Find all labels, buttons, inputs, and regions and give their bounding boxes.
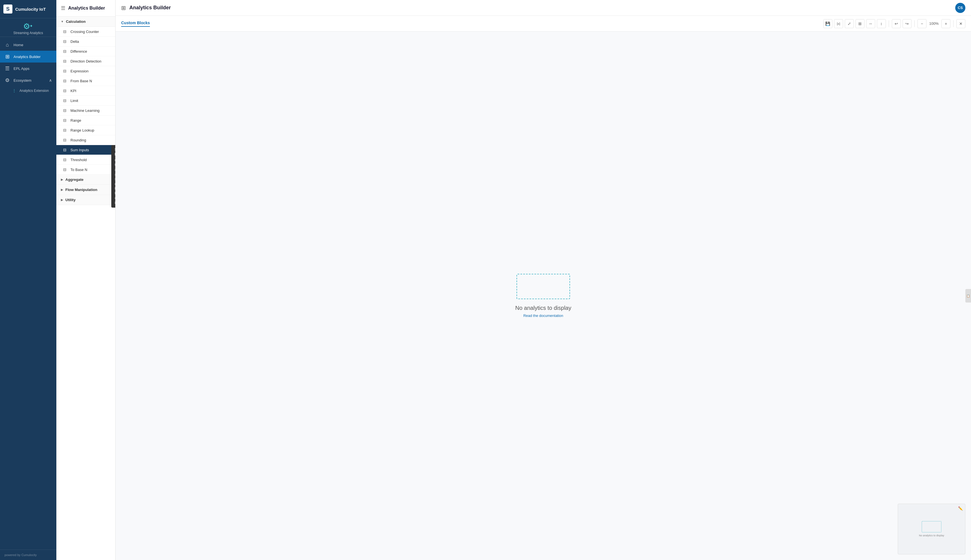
panel-menu-icon[interactable]: ☰	[61, 5, 65, 11]
block-icon-expression: ⊟	[63, 69, 68, 73]
block-item-to-base-n-wrapper: ⊟ To Base N	[56, 165, 115, 175]
block-label-delta: Delta	[70, 40, 79, 44]
block-item-expression[interactable]: ⊟ Expression	[56, 66, 115, 76]
block-icon-direction-detection: ⊟	[63, 59, 68, 63]
sidebar-item-label-analytics: Analytics Builder	[13, 55, 40, 59]
canvas-empty-title: No analytics to display	[516, 305, 571, 311]
expression-icon: [x]	[837, 22, 840, 25]
block-label-crossing-counter: Crossing Counter	[70, 30, 99, 34]
block-icon-crossing-counter: ⊟	[63, 29, 68, 34]
block-item-difference-wrapper: ⊟ Difference	[56, 47, 115, 56]
category-utility[interactable]: ▶ Utility	[56, 195, 115, 205]
category-utility-label: Utility	[65, 198, 75, 202]
block-item-direction-detection-wrapper: ⊟ Direction Detection	[56, 56, 115, 66]
fit-layout-button[interactable]: ⤢	[845, 19, 854, 28]
category-aggregate[interactable]: ▶ Aggregate	[56, 175, 115, 185]
category-flow-manipulation-arrow: ▶	[61, 188, 63, 191]
block-item-kpi[interactable]: ⊟ KPI	[56, 86, 115, 96]
block-icon-threshold: ⊟	[63, 157, 68, 162]
block-panel: ☰ Analytics Builder ▼ Calculation ⊟ Cros…	[56, 0, 115, 560]
brand-logo-icon: S	[3, 5, 12, 13]
block-item-from-base-n[interactable]: ⊟ From Base N	[56, 76, 115, 86]
save-button[interactable]: 💾	[823, 19, 833, 28]
block-label-limit: Limit	[70, 98, 78, 103]
zoom-out-button[interactable]: −	[918, 19, 926, 28]
block-icon-rounding: ⊟	[63, 138, 68, 142]
block-icon-delta: ⊟	[63, 39, 68, 44]
fit-width-icon: ↔	[869, 22, 873, 26]
ecosystem-label: Ecosystem	[13, 78, 32, 83]
toolbar-divider-2	[914, 20, 915, 27]
brand-logo-text: Cumulocity IoT	[15, 7, 46, 12]
fit-width-button[interactable]: ↔	[866, 19, 875, 28]
canvas-dashed-box	[517, 274, 570, 299]
zoom-in-button[interactable]: +	[941, 19, 951, 28]
brand-footer: powered by Cumulocity	[0, 550, 56, 560]
block-label-machine-learning: Machine Learning	[70, 108, 100, 113]
block-item-limit-wrapper: ⊟ Limit	[56, 96, 115, 106]
block-item-threshold-wrapper: ⊟ Threshold	[56, 155, 115, 165]
block-list: ▼ Calculation ⊟ Crossing Counter ⊟ Delta…	[56, 17, 115, 560]
nav-items: ⌂ Home ⊞ Analytics Builder ☰ EPL Apps ⚙ …	[0, 37, 56, 550]
toolbar-divider-3	[953, 20, 954, 27]
main-toolbar: Custom Blocks 💾 [x] ⤢ ⊞ ↔ ↕ ↩	[115, 16, 971, 32]
ecosystem-row[interactable]: ⚙ Ecosystem ∧	[0, 74, 56, 86]
block-panel-title: Analytics Builder	[68, 6, 105, 11]
toolbar-left: Custom Blocks	[121, 20, 150, 27]
avatar[interactable]: CS	[955, 3, 965, 13]
home-icon: ⌂	[5, 42, 10, 48]
canvas-area: No analytics to display Read the documen…	[115, 32, 971, 560]
ecosystem-chevron-icon: ∧	[49, 78, 52, 83]
grid-toggle-button[interactable]: ⊞	[856, 19, 864, 28]
mini-preview-inner: No analytics to display	[919, 521, 944, 537]
redo-button[interactable]: ↪	[903, 19, 911, 28]
block-label-rounding: Rounding	[70, 138, 86, 142]
sidebar-item-analytics-extension[interactable]: ⋮ Analytics Extension	[0, 86, 56, 95]
toolbar-divider-1	[889, 20, 889, 27]
epl-apps-icon: ☰	[5, 65, 10, 72]
block-item-limit[interactable]: ⊟ Limit	[56, 96, 115, 106]
block-item-delta[interactable]: ⊟ Delta	[56, 37, 115, 47]
undo-button[interactable]: ↩	[892, 19, 901, 28]
category-flow-manipulation-label: Flow Manipulation	[65, 188, 97, 192]
close-icon: ✕	[959, 22, 963, 26]
fit-layout-icon: ⤢	[848, 22, 851, 26]
brand-sidebar: S Cumulocity IoT ⚙✦ Streaming Analytics …	[0, 0, 56, 560]
ecosystem-icon: ⚙	[5, 77, 10, 83]
block-item-difference[interactable]: ⊟ Difference	[56, 47, 115, 56]
block-icon-to-base-n: ⊟	[63, 167, 68, 172]
mini-preview-map: No analytics to display ✏️	[898, 504, 965, 554]
sidebar-item-home[interactable]: ⌂ Home	[0, 39, 56, 51]
zoom-out-icon: −	[921, 22, 923, 26]
mini-edit-icon[interactable]: ✏️	[958, 506, 963, 511]
right-panel-toggle[interactable]: 📋	[965, 289, 971, 303]
tab-custom-blocks[interactable]: Custom Blocks	[121, 20, 150, 27]
block-item-range-lookup[interactable]: ⊟ Range Lookup	[56, 125, 115, 135]
block-label-to-base-n: To Base N	[70, 168, 87, 172]
block-item-machine-learning[interactable]: ⊟ Machine Learning	[56, 106, 115, 115]
mini-dashed-box	[922, 521, 941, 532]
category-flow-manipulation[interactable]: ▶ Flow Manipulation	[56, 185, 115, 195]
close-button[interactable]: ✕	[956, 19, 965, 28]
canvas-empty-link[interactable]: Read the documentation	[523, 313, 563, 318]
block-item-rounding[interactable]: ⊟ Rounding	[56, 135, 115, 145]
sidebar-item-label-epl: EPL Apps	[13, 67, 30, 71]
fit-height-button[interactable]: ↕	[877, 19, 886, 28]
block-label-threshold: Threshold	[70, 158, 87, 162]
block-item-direction-detection[interactable]: ⊟ Direction Detection	[56, 56, 115, 66]
analytics-builder-icon: ⊞	[5, 53, 10, 60]
block-item-range[interactable]: ⊟ Range	[56, 115, 115, 125]
sidebar-item-label-home: Home	[13, 43, 23, 47]
sidebar-item-analytics-builder[interactable]: ⊞ Analytics Builder	[0, 51, 56, 63]
zoom-in-icon: +	[945, 22, 947, 26]
expression-button[interactable]: [x]	[834, 19, 843, 28]
streaming-label: Streaming Analytics	[13, 31, 43, 35]
block-item-crossing-counter[interactable]: ⊟ Crossing Counter	[56, 27, 115, 37]
block-item-threshold[interactable]: ⊟ Threshold	[56, 155, 115, 165]
sidebar-item-epl-apps[interactable]: ☰ EPL Apps	[0, 63, 56, 74]
block-label-direction-detection: Direction Detection	[70, 59, 102, 63]
block-item-sum-inputs[interactable]: ⊟ Sum Inputs	[56, 145, 115, 155]
block-item-to-base-n[interactable]: ⊟ To Base N	[56, 165, 115, 175]
category-calculation[interactable]: ▼ Calculation	[56, 17, 115, 27]
apps-grid-icon[interactable]: ⊞	[121, 5, 126, 11]
